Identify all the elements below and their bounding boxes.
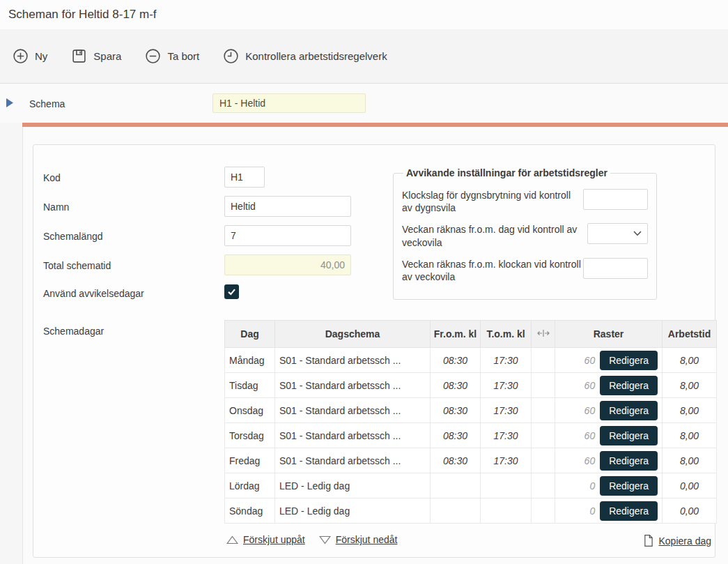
to-cell[interactable]: 17:30 <box>481 398 532 423</box>
week-start-time-row: Veckan räknas fr.o.m. klockan vid kontro… <box>402 258 648 283</box>
daybreak-time-label: Klockslag för dygnsbrytning vid kontroll… <box>402 189 583 214</box>
dayschema-cell[interactable]: S01 - Standard arbetssch ... <box>275 373 431 398</box>
table-row-saturday: Lördag LED - Ledig dag 0 Redigera 0,00 <box>225 473 717 498</box>
break-cell: 60 Redigera <box>555 423 663 448</box>
dayschema-cell[interactable]: LED - Ledig dag <box>275 473 431 498</box>
schema-input[interactable] <box>212 93 366 113</box>
plus-circle-icon <box>13 48 29 64</box>
schema-selector-row: Schema <box>0 84 728 123</box>
daybreak-time-row: Klockslag för dygnsbrytning vid kontroll… <box>402 189 648 214</box>
break-minutes: 60 <box>584 430 596 441</box>
to-cell[interactable] <box>481 473 532 498</box>
to-cell[interactable]: 17:30 <box>481 448 532 473</box>
col-header-break: Raster <box>555 321 663 348</box>
clock-icon <box>223 48 239 64</box>
from-cell[interactable] <box>431 473 481 498</box>
schedule-length-field[interactable] <box>224 225 351 246</box>
floppy-disk-icon <box>71 48 87 64</box>
week-start-day-row: Veckan räknas fr.o.m. dag vid kontroll a… <box>402 223 648 248</box>
break-cell: 0 Redigera <box>555 473 663 498</box>
resize-cell <box>532 448 555 473</box>
name-label: Namn <box>43 201 69 213</box>
day-cell: Onsdag <box>225 398 275 423</box>
edit-break-button[interactable]: Redigera <box>600 476 658 496</box>
table-header-row: Dag Dagschema Fr.o.m. kl T.o.m. kl Raste… <box>225 321 717 348</box>
worktime-cell: 0,00 <box>663 498 717 524</box>
dayschema-cell[interactable]: S01 - Standard arbetssch ... <box>275 348 431 373</box>
break-cell: 60 Redigera <box>555 448 663 473</box>
triangle-up-icon <box>226 535 238 544</box>
break-minutes: 60 <box>584 455 596 466</box>
break-cell: 60 Redigera <box>555 398 663 423</box>
from-cell[interactable] <box>431 498 481 524</box>
code-label: Kod <box>43 172 61 183</box>
edit-break-button[interactable]: Redigera <box>600 376 658 395</box>
col-header-from: Fr.o.m. kl <box>431 321 481 348</box>
dayschema-cell[interactable]: S01 - Standard arbetssch ... <box>275 448 431 473</box>
break-minutes: 0 <box>589 505 595 517</box>
from-cell[interactable]: 08:30 <box>431 373 481 398</box>
to-cell[interactable] <box>481 498 532 524</box>
shift-up-link[interactable]: Förskjut uppåt <box>226 534 305 545</box>
expand-triangle-icon[interactable] <box>6 98 14 111</box>
resize-cell <box>532 423 555 448</box>
delete-button[interactable]: Ta bort <box>145 48 199 64</box>
col-header-dayschema: Dagschema <box>275 321 431 348</box>
resize-cell <box>532 398 555 423</box>
table-row-monday: Måndag S01 - Standard arbetssch ... 08:3… <box>225 348 717 373</box>
break-cell: 60 Redigera <box>555 373 663 398</box>
from-cell[interactable]: 08:30 <box>431 423 481 448</box>
copy-day-link[interactable]: Kopiera dag <box>643 534 711 547</box>
resize-cell <box>532 498 555 524</box>
break-cell: 60 Redigera <box>555 348 663 373</box>
total-schedule-time-field <box>224 254 351 275</box>
to-cell[interactable]: 17:30 <box>481 373 532 398</box>
check-worktime-rules-button[interactable]: Kontrollera arbetstidsregelverk <box>223 48 387 64</box>
dayschema-cell[interactable]: S01 - Standard arbetssch ... <box>275 423 431 448</box>
edit-break-button[interactable]: Redigera <box>600 351 658 370</box>
schedule-days-label: Schemadagar <box>43 326 104 337</box>
week-start-time-field[interactable] <box>583 258 648 279</box>
schedule-days-table: Dag Dagschema Fr.o.m. kl T.o.m. kl Raste… <box>224 320 717 524</box>
day-cell: Tisdag <box>225 373 275 398</box>
resize-cell <box>532 373 555 398</box>
edit-break-button[interactable]: Redigera <box>600 501 658 521</box>
table-row-sunday: Söndag LED - Ledig dag 0 Redigera 0,00 <box>225 498 717 524</box>
minus-circle-icon <box>145 48 161 64</box>
edit-break-button[interactable]: Redigera <box>600 401 658 420</box>
use-deviation-days-checkbox[interactable] <box>224 284 239 299</box>
to-cell[interactable]: 17:30 <box>481 348 532 373</box>
edit-break-button[interactable]: Redigera <box>600 451 658 471</box>
table-row-thursday: Torsdag S01 - Standard arbetssch ... 08:… <box>225 423 717 448</box>
worktime-rules-legend: Avvikande inställningar för arbetstidsre… <box>403 167 610 178</box>
triangle-down-icon <box>319 535 331 544</box>
checkmark-icon <box>226 287 237 297</box>
new-button-label: Ny <box>35 50 47 62</box>
day-cell: Fredag <box>225 448 275 473</box>
day-cell: Lördag <box>225 473 275 498</box>
from-cell[interactable]: 08:30 <box>431 448 481 473</box>
dayschema-cell[interactable]: S01 - Standard arbetssch ... <box>275 398 431 423</box>
day-cell: Måndag <box>225 348 275 373</box>
col-header-resize[interactable] <box>532 321 555 348</box>
save-button[interactable]: Spara <box>71 48 121 64</box>
name-field[interactable] <box>224 196 351 217</box>
delete-button-label: Ta bort <box>167 50 199 62</box>
break-minutes: 60 <box>584 405 596 416</box>
save-button-label: Spara <box>93 50 121 62</box>
page-title: Scheman för Heltid 8-17 m-f <box>8 8 157 22</box>
to-cell[interactable]: 17:30 <box>481 423 532 448</box>
week-start-day-select[interactable] <box>587 223 648 244</box>
from-cell[interactable]: 08:30 <box>431 348 481 373</box>
col-header-worktime: Arbetstid <box>663 321 717 348</box>
check-worktime-rules-label: Kontrollera arbetstidsregelverk <box>245 50 387 62</box>
code-field[interactable] <box>224 167 265 188</box>
table-row-tuesday: Tisdag S01 - Standard arbetssch ... 08:3… <box>225 373 717 398</box>
dayschema-cell[interactable]: LED - Ledig dag <box>275 498 431 524</box>
edit-break-button[interactable]: Redigera <box>600 426 658 445</box>
day-cell: Torsdag <box>225 423 275 448</box>
from-cell[interactable]: 08:30 <box>431 398 481 423</box>
shift-down-link[interactable]: Förskjut nedåt <box>319 534 398 545</box>
new-button[interactable]: Ny <box>13 48 47 64</box>
daybreak-time-field[interactable] <box>583 189 648 210</box>
